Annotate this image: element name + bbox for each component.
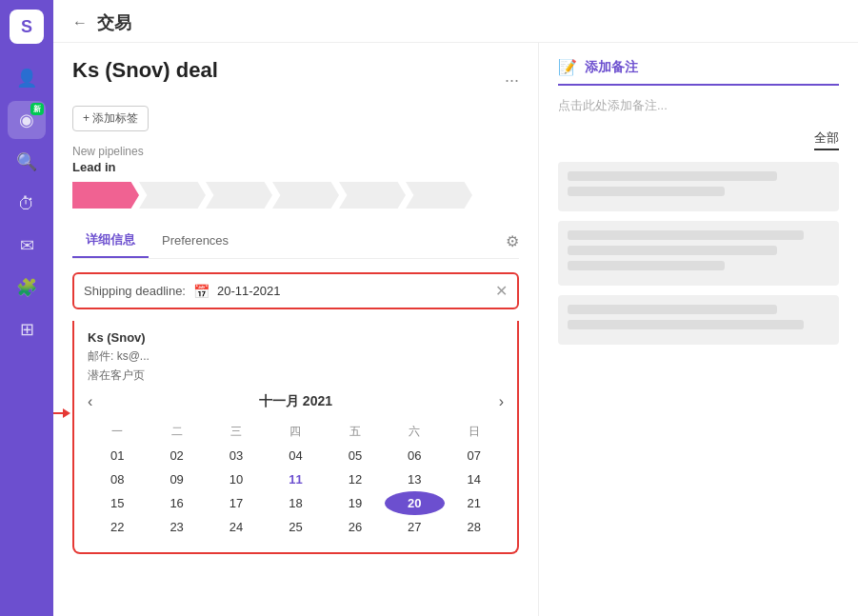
- calendar-day-07[interactable]: 07: [445, 444, 504, 467]
- blurred-line: [568, 305, 777, 314]
- calendar-day-02[interactable]: 02: [147, 444, 206, 467]
- filter-all-button[interactable]: 全部: [814, 129, 839, 150]
- search-icon: 🔍: [16, 151, 37, 172]
- blurred-line: [568, 230, 804, 240]
- calendar-grid: 一 二 三 四 五 六 日 01020304050607080910111213…: [88, 420, 504, 539]
- pipeline-step-5[interactable]: [339, 182, 406, 209]
- calendar-dropdown: Ks (Snov) 邮件: ks@... 潜在客户页 ‹ 十一月 2021: [72, 321, 519, 554]
- tabs: 详细信息 Preferences ⚙: [72, 224, 519, 259]
- shipping-deadline-container: Shipping deadline: 📅 20-11-2021 ✕ Ks (Sn…: [72, 272, 519, 554]
- sidebar-item-clock[interactable]: ⏱: [8, 185, 46, 223]
- calendar-week-2: 08091011121314: [88, 467, 504, 491]
- calendar-day-14[interactable]: 14: [445, 467, 504, 491]
- red-arrow-annotation: [53, 404, 70, 423]
- calendar-day-06[interactable]: 06: [385, 444, 444, 467]
- notes-input-area[interactable]: 点击此处添加备注...: [558, 97, 839, 114]
- tab-details[interactable]: 详细信息: [72, 224, 149, 258]
- next-month-button[interactable]: ›: [499, 393, 504, 410]
- puzzle-icon: 🧩: [16, 277, 37, 298]
- calendar-day-03[interactable]: 03: [207, 444, 266, 467]
- sidebar-item-deals[interactable]: ◉ 新: [8, 101, 46, 139]
- app-logo: S: [10, 10, 44, 44]
- weekday-thu: 四: [266, 420, 325, 444]
- svg-marker-1: [63, 408, 70, 418]
- pipeline-step-2[interactable]: [139, 182, 206, 209]
- calendar-day-23[interactable]: 23: [147, 515, 206, 539]
- customer-label: 潜在客户页: [88, 368, 145, 382]
- calendar-day-26[interactable]: 26: [326, 515, 385, 539]
- right-panel: 📝 添加备注 点击此处添加备注... 全部: [539, 43, 858, 616]
- shipping-deadline-field[interactable]: Shipping deadline: 📅 20-11-2021 ✕: [72, 272, 519, 309]
- weekday-sat: 六: [385, 420, 444, 444]
- email-label: 邮件:: [88, 349, 113, 363]
- calendar-day-11[interactable]: 11: [266, 467, 325, 491]
- calendar-day-04[interactable]: 04: [266, 444, 325, 467]
- weekday-sun: 日: [445, 420, 504, 444]
- deal-panel: Ks (Snov) deal ... + 添加标签 New pipelines …: [53, 43, 858, 616]
- pipeline-stage: Lead in: [72, 160, 519, 174]
- calendar-day-27[interactable]: 27: [385, 515, 444, 539]
- sidebar: S 👤 ◉ 新 🔍 ⏱ ✉ 🧩 ⊞: [0, 0, 53, 616]
- sidebar-item-search[interactable]: 🔍: [8, 143, 46, 181]
- deal-actions: + 添加标签: [72, 106, 519, 131]
- page-header: ← 交易: [53, 0, 858, 43]
- calendar-day-15[interactable]: 15: [88, 491, 147, 515]
- blurred-block-3: [558, 295, 839, 345]
- settings-icon[interactable]: ⚙: [506, 232, 519, 250]
- prev-month-button[interactable]: ‹: [88, 393, 92, 410]
- calendar-week-1: 01020304050607: [88, 444, 504, 467]
- calendar-day-24[interactable]: 24: [207, 515, 266, 539]
- main-content: ← 交易 Ks (Snov) deal ... + 添加标签 New pipel…: [53, 0, 858, 616]
- user-icon: 👤: [16, 68, 37, 89]
- blurred-line: [568, 171, 777, 181]
- sidebar-item-plugins[interactable]: 🧩: [8, 268, 46, 307]
- add-tag-button[interactable]: + 添加标签: [72, 106, 149, 131]
- calendar-day-22[interactable]: 22: [88, 515, 147, 539]
- page-title: 交易: [97, 11, 131, 34]
- grid-icon: ⊞: [20, 319, 34, 340]
- pipeline-step-4[interactable]: [272, 182, 339, 209]
- sidebar-item-grid[interactable]: ⊞: [8, 310, 46, 348]
- email-value: ks@...: [117, 349, 150, 363]
- calendar-day-10[interactable]: 10: [207, 467, 266, 491]
- blurred-block-2: [558, 221, 839, 286]
- calendar-week-4: 22232425262728: [88, 515, 504, 539]
- more-options-button[interactable]: ...: [505, 67, 519, 87]
- calendar-day-19[interactable]: 19: [326, 491, 385, 515]
- pipeline-step-3[interactable]: [206, 182, 272, 209]
- calendar-day-16[interactable]: 16: [147, 491, 206, 515]
- blurred-block-1: [558, 162, 839, 211]
- pipeline-step-6[interactable]: [406, 182, 472, 209]
- calendar-day-05[interactable]: 05: [326, 444, 385, 467]
- calendar-day-28[interactable]: 28: [445, 515, 504, 539]
- weekday-tue: 二: [147, 420, 206, 444]
- weekday-wed: 三: [207, 420, 266, 444]
- left-panel: Ks (Snov) deal ... + 添加标签 New pipelines …: [53, 43, 539, 616]
- tab-preferences[interactable]: Preferences: [149, 226, 242, 257]
- contact-section: Ks (Snov) 邮件: ks@... 潜在客户页: [88, 330, 504, 384]
- contact-name: Ks (Snov): [88, 330, 504, 345]
- clear-date-button[interactable]: ✕: [495, 282, 508, 300]
- mail-icon: ✉: [20, 235, 34, 256]
- notes-header: 📝 添加备注: [558, 58, 839, 86]
- blurred-line: [568, 261, 725, 270]
- clock-icon: ⏱: [18, 194, 35, 214]
- calendar-day-21[interactable]: 21: [445, 491, 504, 515]
- calendar-day-20[interactable]: 20: [385, 491, 444, 515]
- back-button[interactable]: ←: [72, 14, 88, 31]
- calendar-day-25[interactable]: 25: [266, 515, 325, 539]
- blurred-line: [568, 320, 804, 329]
- calendar-day-18[interactable]: 18: [266, 491, 325, 515]
- sidebar-item-user[interactable]: 👤: [8, 59, 46, 97]
- calendar-day-08[interactable]: 08: [88, 467, 147, 491]
- pipeline-section: New pipelines Lead in: [72, 145, 519, 209]
- pipeline-steps: [72, 182, 519, 209]
- calendar-day-13[interactable]: 13: [385, 467, 444, 491]
- sidebar-item-mail[interactable]: ✉: [8, 227, 46, 265]
- pipeline-step-1[interactable]: [72, 182, 139, 209]
- calendar-day-09[interactable]: 09: [147, 467, 206, 491]
- contact-customer-field: 潜在客户页: [88, 368, 504, 384]
- calendar-day-17[interactable]: 17: [207, 491, 266, 515]
- calendar-day-01[interactable]: 01: [88, 444, 147, 467]
- calendar-day-12[interactable]: 12: [326, 467, 385, 491]
